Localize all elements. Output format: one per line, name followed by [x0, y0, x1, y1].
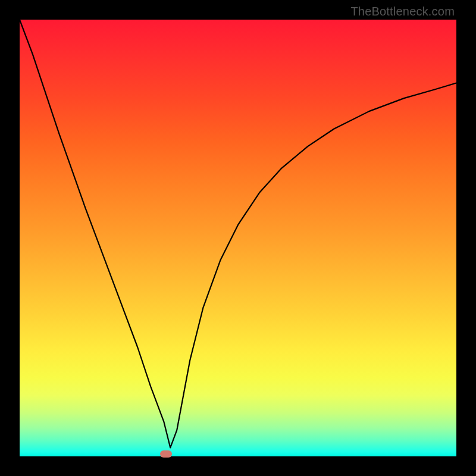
chart-frame — [20, 20, 456, 456]
watermark-text: TheBottleneck.com — [350, 5, 455, 18]
optimal-point-marker — [160, 450, 172, 458]
plot-background — [20, 20, 456, 456]
